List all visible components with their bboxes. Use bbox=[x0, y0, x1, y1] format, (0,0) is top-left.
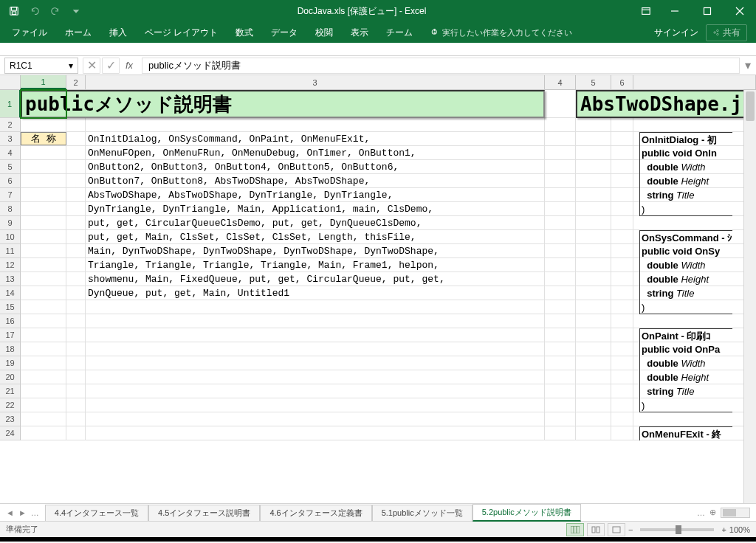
svg-point-12 bbox=[714, 32, 716, 34]
chevron-down-icon[interactable]: ▾ bbox=[69, 60, 73, 71]
scrollbar-thumb[interactable] bbox=[746, 91, 755, 121]
row-header[interactable]: 23 bbox=[0, 412, 21, 426]
tab-nav-next[interactable]: ► bbox=[18, 508, 27, 517]
data-cell[interactable]: put, get, Main, ClsSet, ClsSet, ClsSet, … bbox=[86, 230, 545, 243]
row-header[interactable]: 16 bbox=[0, 314, 21, 328]
fx-icon[interactable]: fx bbox=[121, 60, 137, 71]
view-page-layout-button[interactable] bbox=[587, 523, 605, 536]
close-button[interactable] bbox=[724, 0, 756, 22]
formula-input[interactable]: publicメソッド説明書 bbox=[142, 58, 740, 74]
row-header[interactable]: 21 bbox=[0, 384, 21, 398]
row-header[interactable]: 11 bbox=[0, 244, 21, 258]
label-name[interactable]: 名 称 bbox=[21, 132, 66, 145]
sheet-tab[interactable]: 4.5インタフェース説明書 bbox=[148, 505, 260, 521]
row-header[interactable]: 24 bbox=[0, 426, 21, 440]
data-cell[interactable]: AbsTwoDShape, AbsTwoDShape, DynTriangle,… bbox=[86, 188, 545, 201]
tabs-more-icon[interactable]: … bbox=[697, 508, 705, 517]
tab-nav-more[interactable]: … bbox=[31, 508, 39, 517]
tab-nav-prev[interactable]: ◄ bbox=[6, 508, 14, 517]
title-bar: DocJava.xls [保護ビュー] - Excel bbox=[0, 0, 756, 22]
sheet-tab[interactable]: 4.4インタフェース一覧 bbox=[45, 505, 148, 521]
data-cell[interactable]: Main, DynTwoDShape, DynTwoDShape, DynTwo… bbox=[86, 244, 545, 257]
horizontal-scrollbar[interactable] bbox=[721, 508, 750, 518]
status-bar: 準備完了 − + 100% bbox=[0, 521, 756, 537]
data-cell[interactable]: Triangle, Triangle, Triangle, Triangle, … bbox=[86, 258, 545, 272]
tab-home[interactable]: ホーム bbox=[56, 22, 100, 43]
cancel-formula-button[interactable]: ✕ bbox=[83, 58, 100, 74]
row-header[interactable]: 8 bbox=[0, 202, 21, 216]
sheet-tab[interactable]: 5.1publicメソッド一覧 bbox=[372, 505, 472, 521]
tab-team[interactable]: チーム bbox=[377, 22, 422, 43]
new-sheet-button[interactable]: ⊕ bbox=[709, 508, 716, 517]
name-box[interactable]: R1C1 ▾ bbox=[4, 58, 78, 74]
sheet-tab[interactable]: 4.6インタフェース定義書 bbox=[260, 505, 371, 521]
data-cell[interactable]: OnButton2, OnButton3, OnButton4, OnButto… bbox=[86, 160, 545, 173]
row-header[interactable]: 1 bbox=[0, 90, 21, 118]
tab-data[interactable]: データ bbox=[262, 22, 306, 43]
col-header[interactable]: 5 bbox=[576, 75, 611, 89]
maximize-button[interactable] bbox=[691, 0, 724, 22]
tab-view[interactable]: 表示 bbox=[342, 22, 377, 43]
row-header[interactable]: 12 bbox=[0, 258, 21, 272]
cells-area[interactable]: publicメソッド説明書 AbsTwoDShape.j 名 称 OnInitD… bbox=[21, 90, 756, 440]
col-header[interactable]: 6 bbox=[611, 75, 633, 89]
save-button[interactable] bbox=[4, 1, 24, 21]
col-header[interactable]: 2 bbox=[66, 75, 86, 89]
minimize-button[interactable] bbox=[659, 0, 691, 22]
row-header[interactable]: 6 bbox=[0, 174, 21, 188]
data-cell[interactable]: put, get, CircularQueueClsDemo, put, get… bbox=[86, 216, 545, 229]
row-header[interactable]: 15 bbox=[0, 300, 21, 314]
zoom-slider[interactable] bbox=[640, 528, 714, 531]
sheet-tab-active[interactable]: 5.2publicメソッド説明書 bbox=[472, 504, 581, 522]
row-header[interactable]: 20 bbox=[0, 370, 21, 384]
data-cell[interactable]: OnButton7, OnButton8, AbsTwoDShape, AbsT… bbox=[86, 174, 545, 187]
row-header[interactable]: 7 bbox=[0, 188, 21, 202]
zoom-out-button[interactable]: − bbox=[628, 525, 633, 534]
redo-button[interactable] bbox=[46, 1, 65, 21]
vertical-scrollbar[interactable] bbox=[743, 90, 756, 503]
zoom-in-button[interactable]: + bbox=[721, 525, 726, 534]
title-cell-right[interactable]: AbsTwoDShape.j bbox=[576, 90, 756, 118]
row-header[interactable]: 3 bbox=[0, 132, 21, 146]
share-button[interactable]: 共有 bbox=[706, 24, 747, 41]
tab-file[interactable]: ファイル bbox=[3, 22, 56, 43]
undo-button[interactable] bbox=[25, 1, 44, 21]
data-cell[interactable]: DynTriangle, DynTriangle, Main, Applicat… bbox=[86, 202, 545, 215]
col-header[interactable] bbox=[633, 75, 756, 89]
row-header[interactable]: 10 bbox=[0, 230, 21, 244]
row-header[interactable]: 5 bbox=[0, 160, 21, 174]
select-all-corner[interactable] bbox=[0, 75, 21, 89]
tab-review[interactable]: 校閲 bbox=[306, 22, 342, 43]
row-header[interactable]: 22 bbox=[0, 398, 21, 412]
row-header[interactable]: 14 bbox=[0, 286, 21, 300]
window-controls bbox=[659, 0, 756, 22]
data-cell[interactable]: OnInitDialog, OnSysCommand, OnPaint, OnM… bbox=[86, 132, 545, 145]
zoom-level[interactable]: 100% bbox=[729, 525, 750, 534]
qat-customize[interactable] bbox=[66, 1, 86, 21]
row-header[interactable]: 4 bbox=[0, 146, 21, 160]
tab-formulas[interactable]: 数式 bbox=[227, 22, 262, 43]
data-cell[interactable]: DynQueue, put, get, Main, Untitled1 bbox=[86, 286, 545, 300]
data-cell[interactable]: showmenu, Main, FixedQueue, put, get, Ci… bbox=[86, 272, 545, 286]
row-header[interactable]: 9 bbox=[0, 216, 21, 230]
col-header[interactable]: 1 bbox=[21, 75, 66, 89]
row-header[interactable]: 18 bbox=[0, 342, 21, 356]
tell-me-search[interactable]: 実行したい作業を入力してください bbox=[430, 27, 572, 38]
col-header[interactable]: 4 bbox=[545, 75, 576, 89]
signin-link[interactable]: サインイン bbox=[654, 27, 698, 39]
row-header[interactable]: 17 bbox=[0, 328, 21, 342]
formula-bar-expand[interactable]: ▾ bbox=[740, 58, 756, 72]
view-normal-button[interactable] bbox=[566, 523, 584, 536]
tab-insert[interactable]: 挿入 bbox=[100, 22, 136, 43]
row-header[interactable]: 2 bbox=[0, 118, 21, 132]
enter-formula-button[interactable]: ✓ bbox=[102, 58, 120, 74]
title-cell-main[interactable]: publicメソッド説明書 bbox=[21, 90, 545, 118]
ribbon-tabs: ファイル ホーム 挿入 ページ レイアウト 数式 データ 校閲 表示 チーム 実… bbox=[0, 22, 756, 43]
view-page-break-button[interactable] bbox=[608, 523, 625, 536]
row-header[interactable]: 13 bbox=[0, 272, 21, 286]
col-header[interactable]: 3 bbox=[86, 75, 545, 89]
ribbon-display-options[interactable] bbox=[633, 0, 659, 22]
row-header[interactable]: 19 bbox=[0, 356, 21, 370]
tab-page-layout[interactable]: ページ レイアウト bbox=[136, 22, 227, 43]
data-cell[interactable]: OnMenuFOpen, OnMenuFRun, OnMenuDebug, On… bbox=[86, 146, 545, 159]
